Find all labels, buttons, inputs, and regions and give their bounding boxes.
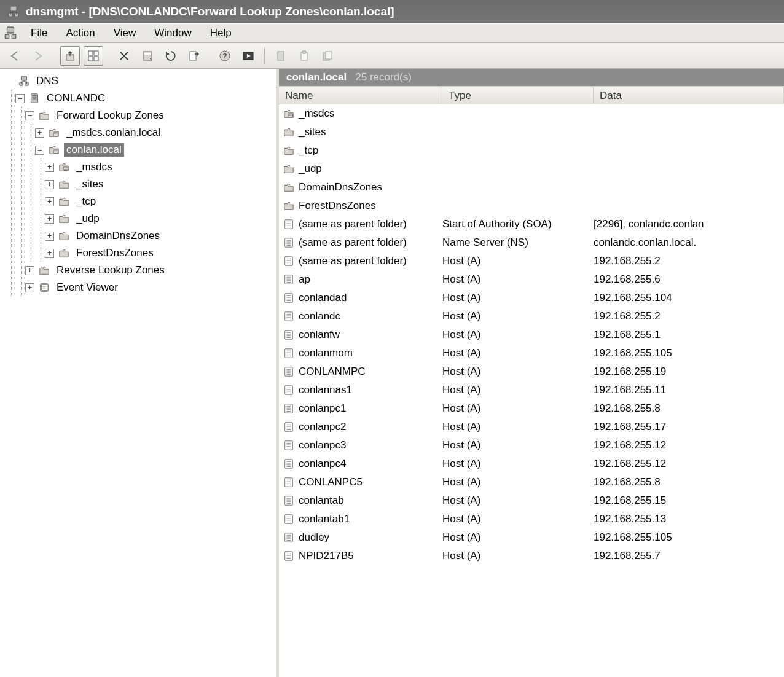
refresh-button[interactable]: [161, 46, 181, 66]
record-row[interactable]: CONLANPC5Host (A)192.168.255.8: [279, 473, 784, 491]
delete-button[interactable]: [114, 46, 134, 66]
record-row[interactable]: DomainDnsZones: [279, 178, 784, 197]
record-type: Host (A): [442, 550, 594, 562]
collapse-icon[interactable]: −: [15, 94, 25, 103]
record-row[interactable]: conlandadHost (A)192.168.255.104: [279, 289, 784, 307]
tree-pane[interactable]: DNS − CONLANDC − Forward Lookup Zones: [0, 69, 279, 677]
tree-zone-msdcs[interactable]: + _msdcs.conlan.local: [35, 124, 276, 141]
run-button[interactable]: [238, 46, 258, 66]
tree-sub-domaindnszones[interactable]: + DomainDnsZones: [45, 227, 276, 245]
menu-view[interactable]: View: [109, 25, 141, 42]
tree-reverse-lookup-zones[interactable]: + Reverse Lookup Zones: [25, 262, 276, 279]
record-row[interactable]: _udp: [279, 160, 784, 178]
expand-icon[interactable]: +: [45, 180, 54, 189]
folder-icon: [283, 144, 295, 157]
record-row[interactable]: conlantab1Host (A)192.168.255.13: [279, 510, 784, 528]
up-one-level-button[interactable]: [60, 46, 80, 66]
help-button[interactable]: [215, 46, 235, 66]
record-name: (same as parent folder): [299, 218, 407, 230]
record-type: Host (A): [442, 292, 594, 304]
record-name: conlantab1: [299, 513, 350, 525]
tree-sub-sites[interactable]: + _sites: [45, 176, 276, 193]
record-icon: [283, 255, 295, 267]
record-row[interactable]: conlanmomHost (A)192.168.255.105: [279, 344, 784, 362]
record-row[interactable]: conlanfwHost (A)192.168.255.1: [279, 326, 784, 344]
tree-forward-lookup-zones[interactable]: − Forward Lookup Zones: [25, 107, 276, 124]
record-row[interactable]: conlandcHost (A)192.168.255.2: [279, 307, 784, 326]
new-record-button[interactable]: [271, 46, 291, 66]
paste-button[interactable]: [318, 46, 337, 66]
record-row[interactable]: _msdcs: [279, 104, 784, 123]
expand-icon[interactable]: +: [45, 163, 54, 172]
column-header-type[interactable]: Type: [442, 87, 594, 104]
record-name: conlandc: [299, 310, 340, 323]
expand-icon[interactable]: +: [45, 197, 54, 206]
export-list-button[interactable]: [184, 46, 204, 66]
tree-sub-tcp[interactable]: + _tcp: [45, 193, 276, 210]
column-header-name[interactable]: Name: [279, 87, 442, 104]
expand-icon[interactable]: +: [25, 266, 34, 275]
record-data: 192.168.255.11: [594, 384, 784, 396]
menu-help[interactable]: Help: [205, 25, 237, 42]
titlebar: dnsmgmt - [DNS\CONLANDC\Forward Lookup Z…: [0, 0, 784, 23]
record-name-cell: CONLANPC5: [279, 476, 442, 488]
record-row[interactable]: dudleyHost (A)192.168.255.105: [279, 528, 784, 547]
record-name-cell: _msdcs: [279, 108, 442, 120]
properties-button[interactable]: [138, 46, 157, 66]
record-data: 192.168.255.6: [594, 273, 784, 286]
column-header-data[interactable]: Data: [594, 87, 784, 104]
record-row[interactable]: (same as parent folder)Name Server (NS)c…: [279, 233, 784, 252]
tree-server[interactable]: − CONLANDC: [15, 90, 276, 107]
expand-icon[interactable]: +: [45, 232, 54, 241]
nav-forward-button[interactable]: [28, 46, 48, 66]
tree-sub-forestdnszones[interactable]: + ForestDnsZones: [45, 245, 276, 262]
tree-root-dns[interactable]: DNS: [5, 72, 276, 90]
tree-label: DomainDnsZones: [74, 229, 162, 243]
record-type: Host (A): [442, 255, 594, 267]
collapse-icon[interactable]: −: [25, 111, 34, 120]
expand-icon[interactable]: +: [45, 249, 54, 258]
window-title: dnsmgmt - [DNS\CONLANDC\Forward Lookup Z…: [26, 5, 394, 18]
record-row[interactable]: _tcp: [279, 141, 784, 160]
tree-label: Reverse Lookup Zones: [54, 264, 167, 277]
tree-sub-msdcs[interactable]: + _msdcs: [45, 158, 276, 176]
expand-icon[interactable]: +: [35, 128, 44, 138]
menu-file[interactable]: File: [26, 25, 52, 42]
toolbar-separator: [264, 48, 265, 64]
tree-sub-udp[interactable]: + _udp: [45, 210, 276, 227]
show-hide-tree-button[interactable]: [84, 46, 103, 66]
menu-window[interactable]: Window: [149, 25, 196, 42]
record-row[interactable]: conlanpc4Host (A)192.168.255.12: [279, 455, 784, 473]
record-row[interactable]: (same as parent folder)Host (A)192.168.2…: [279, 252, 784, 270]
record-row[interactable]: (same as parent folder)Start of Authorit…: [279, 215, 784, 233]
record-name: conlanpc2: [299, 421, 347, 433]
tree-zone-conlan-local[interactable]: − conlan.local: [35, 141, 276, 158]
folder-icon: [58, 247, 70, 259]
clipboard-button[interactable]: [294, 46, 314, 66]
record-row[interactable]: conlantabHost (A)192.168.255.15: [279, 491, 784, 510]
record-icon: [283, 237, 295, 249]
tree-event-viewer[interactable]: + Event Viewer: [25, 279, 276, 296]
record-row[interactable]: _sites: [279, 123, 784, 141]
menu-action[interactable]: Action: [61, 25, 100, 42]
menubar: File Action View Window Help: [0, 23, 784, 43]
record-name: (same as parent folder): [299, 237, 407, 249]
record-row[interactable]: CONLANMPCHost (A)192.168.255.19: [279, 362, 784, 381]
record-row[interactable]: conlanpc2Host (A)192.168.255.17: [279, 418, 784, 436]
system-menu-icon[interactable]: [4, 26, 17, 40]
record-name-cell: conlandc: [279, 310, 442, 323]
record-row[interactable]: ForestDnsZones: [279, 197, 784, 215]
record-row[interactable]: NPID217B5Host (A)192.168.255.7: [279, 547, 784, 565]
record-name-cell: _sites: [279, 126, 442, 138]
zone-folder-icon: [48, 144, 60, 156]
records-list[interactable]: _msdcs_sites_tcp_udpDomainDnsZonesForest…: [279, 104, 784, 677]
record-row[interactable]: conlannas1Host (A)192.168.255.11: [279, 381, 784, 399]
nav-back-button[interactable]: [5, 46, 25, 66]
record-row[interactable]: apHost (A)192.168.255.6: [279, 270, 784, 289]
tree-label: _sites: [74, 178, 106, 191]
collapse-icon[interactable]: −: [35, 146, 44, 155]
expand-icon[interactable]: +: [25, 283, 34, 292]
record-row[interactable]: conlanpc1Host (A)192.168.255.8: [279, 399, 784, 418]
expand-icon[interactable]: +: [45, 214, 54, 224]
record-row[interactable]: conlanpc3Host (A)192.168.255.12: [279, 436, 784, 455]
